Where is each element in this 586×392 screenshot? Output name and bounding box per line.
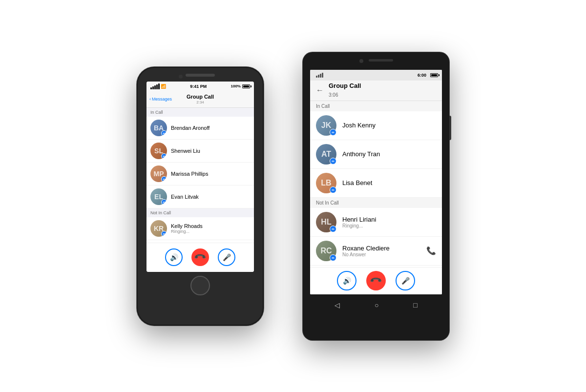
ios-back-label[interactable]: Messages (152, 97, 172, 102)
contact-info: Kelly Rhoads Ringing... (171, 223, 203, 234)
contact-name: Marissa Phillips (171, 171, 208, 177)
iphone-home-button[interactable] (190, 276, 210, 295)
ios-signal: 📶 (150, 83, 166, 89)
ios-in-call-list: BA Brendan Aronoff SL Shenwei Liu MP Mar… (146, 117, 254, 208)
list-item: JK Josh Kenny (310, 111, 442, 140)
android-screen: 6:00 ← Group Call 3:06 In Call JK Josh K… (310, 70, 442, 294)
android-not-in-call-header: Not In Call (310, 198, 442, 208)
avatar: MP (150, 165, 167, 182)
messenger-badge-icon (161, 199, 167, 205)
ios-group-call-title: Group Call (187, 94, 214, 100)
android-back-nav-button[interactable]: ◁ (335, 301, 340, 309)
ios-in-call-header: In Call (146, 108, 254, 117)
contact-name: Lisa Benet (342, 179, 372, 186)
avatar: SL (150, 143, 167, 159)
contact-name: Evan Litvak (171, 194, 199, 200)
android-back-button[interactable]: ← (316, 86, 324, 95)
android-signal-icon (316, 73, 323, 78)
contact-name: Josh Kenny (342, 122, 376, 129)
android-volume-button (449, 116, 451, 140)
android-camera (359, 59, 363, 63)
android-speaker-button[interactable]: 🔊 (337, 271, 356, 290)
messenger-badge-icon (330, 129, 336, 136)
contact-name: Kelly Rhoads (171, 223, 203, 229)
android-mic-button[interactable]: 🎤 (396, 271, 415, 290)
contact-name: Shenwei Liu (171, 148, 200, 154)
ios-mic-button[interactable]: 🎤 (218, 248, 235, 266)
list-item: RC Roxane Clediere No Answer 📞 (310, 237, 442, 266)
ios-status-bar: 📶 9:41 PM 100% (146, 82, 254, 91)
list-item: LB Lisa Benet (310, 169, 442, 198)
avatar: LB (316, 173, 336, 193)
android-nav-title-container: Group Call 3:06 (329, 82, 361, 99)
avatar: BA (150, 120, 167, 136)
battery-fill (243, 85, 249, 87)
android-call-duration: 3:06 (329, 92, 338, 98)
ios-time: 9:41 PM (190, 84, 207, 89)
messenger-badge-icon (330, 254, 336, 261)
iphone-speaker (186, 74, 215, 77)
ios-speaker-button[interactable]: 🔊 (165, 248, 183, 266)
android-call-controls: 🔊 📞 🎤 (310, 267, 442, 294)
android-speaker (369, 59, 393, 62)
list-item: AT Anthony Tran (310, 140, 442, 169)
android-battery-icon (430, 73, 438, 77)
wifi-icon: 📶 (161, 84, 166, 89)
iphone-camera (179, 75, 183, 79)
ios-status-right: 100% (231, 84, 250, 88)
android-hangup-button[interactable]: 📞 (362, 267, 390, 294)
messenger-badge-icon (330, 186, 336, 193)
ios-not-in-call-list: KR Kelly Rhoads Ringing... RA Russell An… (146, 217, 254, 243)
contact-name: Anthony Tran (342, 150, 380, 158)
avatar: AT (316, 144, 336, 165)
avatar: KR (150, 220, 167, 237)
android-status-bar: 6:00 (310, 70, 442, 81)
contact-name: Henri Liriani (342, 216, 376, 223)
list-item: SL Shenwei Liu (146, 140, 254, 163)
android-home-nav-button[interactable]: ○ (375, 301, 378, 309)
messenger-badge-icon (330, 158, 336, 165)
android-nav-bar: ← Group Call 3:06 (310, 81, 442, 101)
iphone-screen: 📶 9:41 PM 100% ‹ Messages Group Call 2:3… (146, 82, 254, 272)
ios-not-in-call-header: Not In Call (146, 208, 254, 217)
messenger-badge-icon (161, 130, 167, 136)
list-item: KR Kelly Rhoads Ringing... (146, 217, 254, 240)
iphone-device: 📶 9:41 PM 100% ‹ Messages Group Call 2:3… (137, 67, 264, 326)
messenger-badge-icon (330, 226, 336, 232)
contact-info: Henri Liriani Ringing... (342, 216, 376, 228)
ios-nav-bar: ‹ Messages Group Call 2:34 (146, 91, 254, 108)
ios-content: In Call BA Brendan Aronoff SL Shenwei Li… (146, 108, 254, 243)
avatar: RC (316, 241, 336, 261)
ios-call-duration: 2:34 (187, 100, 214, 105)
contact-status: Ringing... (171, 229, 203, 234)
contact-name: Brendan Aronoff (171, 125, 209, 131)
list-item: EL Evan Litvak (146, 186, 254, 208)
ios-call-controls: 🔊 📞 🎤 (146, 243, 254, 272)
contact-name: Roxane Clediere (342, 245, 390, 252)
list-item: HL Henri Liriani Ringing... (310, 208, 442, 237)
battery-icon (242, 84, 250, 88)
list-item: MP Marissa Phillips (146, 163, 254, 186)
android-top-bezel (303, 52, 449, 70)
ios-battery-label: 100% (231, 84, 241, 88)
android-content: In Call JK Josh Kenny AT Anthony Tran LB… (310, 101, 442, 267)
ios-hangup-button[interactable]: 📞 (188, 245, 213, 270)
ios-back-button[interactable]: ‹ Messages (149, 97, 172, 102)
signal-bars-icon (150, 83, 160, 89)
call-back-icon[interactable]: 📞 (426, 246, 436, 255)
chevron-left-icon: ‹ (149, 97, 151, 102)
contact-info: Roxane Clediere No Answer (342, 245, 390, 257)
messenger-badge-icon (161, 153, 167, 159)
android-in-call-header: In Call (310, 101, 442, 111)
ios-nav-title: Group Call 2:34 (187, 94, 214, 105)
android-group-call-title: Group Call (329, 82, 361, 90)
list-item: BA Brendan Aronoff (146, 117, 254, 140)
messenger-badge-icon (161, 231, 167, 237)
messenger-badge-icon (161, 176, 167, 182)
android-battery-fill (431, 74, 437, 76)
avatar: HL (316, 212, 336, 232)
android-device: 6:00 ← Group Call 3:06 In Call JK Josh K… (303, 52, 449, 340)
android-nav-bottom: ◁ ○ □ (303, 294, 449, 316)
android-in-call-list: JK Josh Kenny AT Anthony Tran LB Lisa Be… (310, 111, 442, 198)
android-recent-nav-button[interactable]: □ (413, 301, 417, 309)
